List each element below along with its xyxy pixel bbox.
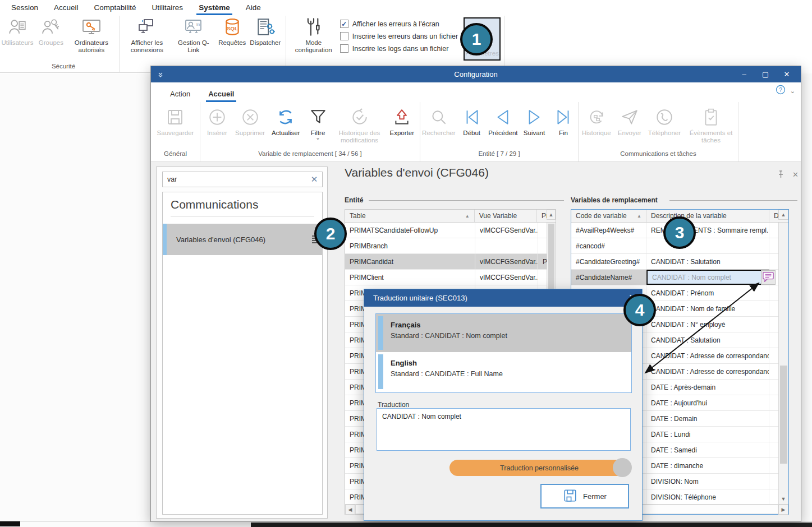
scroll-left-icon[interactable]: ◀ (345, 505, 355, 515)
menu-tab-utilitaires[interactable]: Utilitaires (144, 1, 191, 14)
cell-vue-variable[interactable]: vIMCCFGSendVar... (475, 223, 538, 238)
cell-description[interactable]: DATE : Lundi (646, 427, 769, 442)
ribbon-button-supprimer[interactable]: Supprimer (232, 104, 268, 137)
checkbox-checked-icon[interactable]: ✓ (340, 20, 348, 28)
cell-description[interactable]: DIVISION: Nom (646, 474, 769, 489)
cell-code[interactable]: #CandidateName# (571, 270, 646, 285)
scroll-right-icon[interactable]: ▶ (778, 505, 788, 515)
ribbon-button-ordinateurs-autorises[interactable]: Ordinateurs autorisés (67, 15, 116, 55)
ribbon-button-historique[interactable]: Historique (579, 104, 614, 137)
cell-description[interactable]: CANDIDAT : Salutation (646, 254, 769, 269)
config-tab-action[interactable]: Action (161, 85, 199, 102)
variable-row-candidategreeting[interactable]: #CandidateGreeting#CANDIDAT : Salutation (571, 254, 788, 270)
column-header-d[interactable]: D (769, 210, 778, 222)
cell-vue-variable[interactable]: vIMCCFGSendVar... (475, 254, 538, 269)
close-button[interactable]: ✕ (776, 66, 797, 82)
cell-code[interactable]: #CandidateGreeting# (571, 254, 646, 269)
cell-table[interactable]: PRIMClient (345, 270, 475, 285)
variable-row-candidatename[interactable]: #CandidateName#CANDIDAT : Nom complet (571, 270, 788, 285)
cell-description-highlighted[interactable]: CANDIDAT : Nom complet (646, 270, 769, 285)
ribbon-button-filtre[interactable]: Filtre⌄ (304, 104, 333, 139)
dialog-titlebar[interactable]: Traduction unitaire (SEC013) ✕ (364, 289, 642, 307)
scroll-up-icon[interactable]: ▲ (778, 210, 788, 220)
cell-d[interactable] (769, 223, 778, 238)
ribbon-button-groupes[interactable]: Groupes (35, 15, 67, 48)
translate-note-button[interactable] (761, 270, 776, 285)
chevron-down-icon[interactable]: ⌄ (790, 87, 795, 95)
scrollbar-thumb[interactable] (548, 224, 554, 291)
cell-d[interactable] (769, 317, 778, 332)
cell-d[interactable] (769, 380, 778, 395)
cell-code[interactable]: #cancod# (571, 238, 646, 253)
cell-vue-variable[interactable] (475, 238, 538, 253)
fermer-button[interactable]: Fermer (540, 484, 629, 508)
cell-description[interactable]: CANDIDAT : Adresse de correspondanc... (646, 364, 769, 379)
ribbon-button-utilisateurs[interactable]: Utilisateurs (0, 15, 35, 48)
cell-d[interactable] (769, 254, 778, 269)
column-header-pro[interactable]: Pro (537, 210, 547, 222)
cell-d[interactable] (769, 489, 778, 505)
language-item-francais[interactable]: Français Standard : CANDIDAT : Nom compl… (376, 314, 631, 352)
help-icon[interactable]: ? (776, 85, 786, 97)
cell-d[interactable] (769, 332, 778, 348)
cell-description[interactable]: DATE : Demain (646, 411, 769, 426)
close-panel-icon[interactable]: ✕ (792, 170, 799, 181)
ribbon-button-evenements-et-taches[interactable]: Évènements et tâches (684, 104, 738, 144)
cell-table[interactable]: PRIMATSCandidateFollowUp (345, 223, 475, 238)
ribbon-button-telephoner[interactable]: Téléphoner (645, 104, 684, 137)
checkbox-afficher-les-erreurs-a-l-ecran[interactable]: ✓Afficher les erreurs à l'écran (340, 20, 458, 28)
ribbon-button-sauvegarder[interactable]: Sauvegarder (154, 104, 198, 137)
ribbon-button-precedent[interactable]: Précédent (487, 104, 520, 137)
ribbon-button-gestion-q-link[interactable]: inGestion Q-Link (171, 15, 216, 55)
cell-d[interactable] (769, 411, 778, 426)
ribbon-button-requetes[interactable]: SQLRequêtes (216, 15, 249, 48)
cell-d[interactable] (769, 458, 778, 473)
ribbon-button-exporter[interactable]: Exporter (387, 104, 418, 137)
cell-description[interactable]: DATE : Après-demain (646, 380, 769, 395)
cell-table[interactable]: PRIMBranch (345, 238, 475, 253)
cell-description[interactable]: CANDIDAT : Salutation (646, 332, 769, 348)
checkbox-unchecked-icon[interactable] (340, 44, 348, 53)
column-header-table[interactable]: Table▲ (345, 210, 475, 222)
cell-d[interactable] (769, 442, 778, 457)
cell-description[interactable]: DIVISION: Téléphone (646, 489, 769, 505)
column-header-vue-variable[interactable]: Vue Variable (475, 210, 537, 222)
toggle-knob[interactable] (613, 458, 632, 477)
ribbon-button-inserer[interactable]: Insérer (203, 104, 232, 137)
menu-tab-session[interactable]: Session (3, 1, 46, 14)
scrollbar-thumb[interactable] (780, 366, 787, 464)
ribbon-button-actualiser[interactable]: Actualiser (268, 104, 304, 137)
traduction-textarea[interactable]: CANDIDAT : Nom complet (377, 408, 631, 451)
variables-vertical-scrollbar[interactable]: ▼ (778, 223, 788, 504)
entity-row-primbranch[interactable]: PRIMBranch (345, 238, 556, 254)
clear-search-icon[interactable]: ✕ (306, 174, 322, 184)
cell-vue-variable[interactable]: vIMCCFGSendVar... (475, 270, 538, 285)
cell-d[interactable] (769, 427, 778, 442)
maximize-button[interactable]: ▢ (755, 66, 776, 82)
menu-tab-accueil[interactable]: Accueil (46, 1, 86, 14)
menu-tab-comptabilite[interactable]: Comptabilité (86, 1, 144, 14)
cell-d[interactable] (769, 301, 778, 316)
column-header-description[interactable]: Description de la variable (646, 210, 769, 222)
traduction-personnalisee-toggle[interactable]: Traduction personnalisée (449, 460, 629, 476)
cell-description[interactable]: DATE : Aujourd'hui (646, 395, 769, 410)
cell-description[interactable]: CANDIDAT : Prénom (646, 285, 769, 301)
ribbon-button-debut[interactable]: Début (457, 104, 487, 137)
ribbon-button-historique-des-modifications[interactable]: Historique des modifications (333, 104, 387, 144)
cell-d[interactable] (769, 395, 778, 410)
config-tab-accueil[interactable]: Accueil (199, 85, 243, 102)
column-header-code[interactable]: Code de variable▲ (571, 210, 646, 222)
scroll-up-icon[interactable]: ▲ (547, 210, 556, 220)
checkbox-unchecked-icon[interactable] (340, 32, 348, 40)
checkbox-inscrire-les-logs-dans-un-fichier[interactable]: Inscrire les logs dans un fichier (340, 44, 458, 53)
menu-tab-systeme[interactable]: Système (191, 1, 238, 14)
cell-description[interactable]: CANDIDAT : Nom de famille (646, 301, 769, 316)
ribbon-button-dispatcher[interactable]: Dispatcher (249, 15, 282, 48)
ribbon-button-mode-configuration[interactable]: Mode configuration (290, 15, 338, 55)
cell-d[interactable] (769, 474, 778, 489)
minimize-button[interactable]: – (733, 66, 755, 82)
entity-row-primcandidat[interactable]: PRIMCandidatvIMCCFGSendVar...PRO (345, 254, 556, 270)
cell-d[interactable] (769, 285, 778, 301)
search-input[interactable] (163, 175, 306, 183)
ribbon-button-envoyer[interactable]: Envoyer (614, 104, 645, 137)
